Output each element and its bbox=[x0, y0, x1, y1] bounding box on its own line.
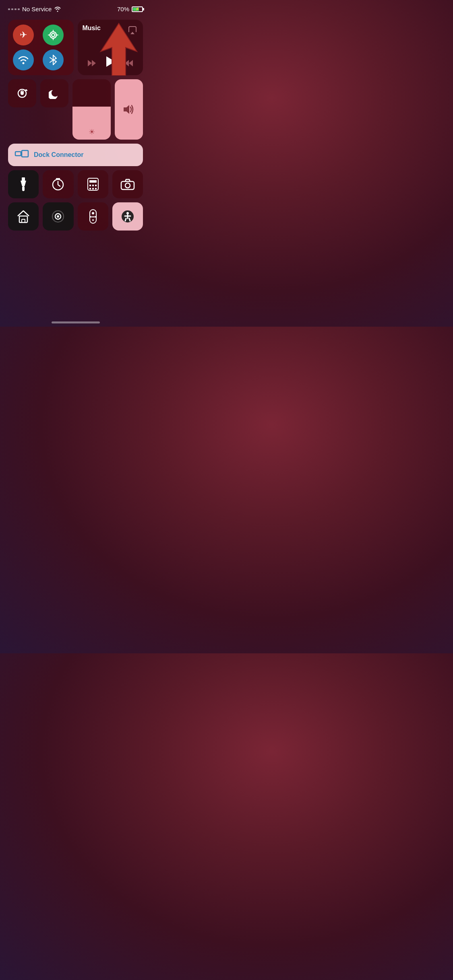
brightness-icon: ☀ bbox=[89, 128, 95, 136]
music-title: Music bbox=[83, 25, 101, 32]
volume-slider[interactable] bbox=[115, 79, 143, 140]
svg-point-29 bbox=[92, 216, 94, 218]
status-left: No Service bbox=[8, 6, 61, 12]
svg-rect-10 bbox=[22, 186, 25, 191]
accessibility-button[interactable] bbox=[112, 202, 143, 231]
svg-point-30 bbox=[92, 219, 94, 221]
home-indicator bbox=[52, 321, 100, 323]
music-panel[interactable]: Music bbox=[78, 20, 143, 75]
svg-point-32 bbox=[94, 216, 96, 218]
bluetooth-button[interactable] bbox=[43, 49, 64, 70]
music-top: Music bbox=[83, 25, 139, 36]
svg-point-1 bbox=[50, 32, 56, 38]
dock-connector-row: Dock Connector bbox=[8, 144, 143, 166]
play-icon bbox=[105, 56, 116, 68]
home-button[interactable] bbox=[8, 202, 39, 231]
status-right: 70% ⚡ bbox=[117, 6, 143, 12]
apps-row-1 bbox=[8, 170, 143, 198]
accessibility-icon bbox=[121, 210, 134, 223]
battery-charging-icon: ⚡ bbox=[135, 7, 139, 11]
no-service-label: No Service bbox=[22, 6, 52, 12]
svg-point-28 bbox=[92, 212, 94, 214]
timer-icon bbox=[51, 177, 65, 191]
svg-rect-9 bbox=[22, 177, 25, 181]
wifi-icon bbox=[18, 56, 29, 64]
camera-icon bbox=[120, 178, 135, 190]
dock-connector-button[interactable]: Dock Connector bbox=[8, 144, 143, 166]
top-row: ✈ bbox=[8, 20, 143, 75]
moon-icon bbox=[49, 88, 60, 99]
apps-row-2 bbox=[8, 202, 143, 231]
home-icon bbox=[17, 210, 30, 223]
svg-point-26 bbox=[57, 215, 59, 218]
mid-row: ☀ bbox=[8, 79, 143, 140]
svg-rect-14 bbox=[89, 185, 91, 186]
svg-rect-8 bbox=[22, 150, 28, 157]
brightness-fill: ☀ bbox=[72, 107, 111, 140]
svg-rect-16 bbox=[95, 185, 97, 186]
dock-connector-icon bbox=[14, 149, 29, 161]
cellular-icon bbox=[48, 30, 58, 40]
screen-rotation-lock-button[interactable] bbox=[8, 79, 36, 107]
svg-rect-7 bbox=[15, 152, 21, 156]
camera-button[interactable] bbox=[112, 170, 143, 198]
svg-point-34 bbox=[126, 212, 129, 214]
fast-forward-icon bbox=[124, 59, 134, 67]
dock-connector-label: Dock Connector bbox=[34, 151, 84, 159]
apple-remote-button[interactable] bbox=[78, 202, 108, 231]
rewind-icon bbox=[87, 59, 97, 67]
voice-memo-icon bbox=[51, 210, 65, 223]
svg-rect-13 bbox=[89, 180, 97, 183]
calculator-icon bbox=[87, 177, 99, 191]
status-bar: No Service 70% ⚡ bbox=[0, 0, 151, 16]
control-center: ✈ bbox=[0, 16, 151, 239]
rotation-lock-icon bbox=[16, 87, 29, 100]
do-not-disturb-button[interactable] bbox=[40, 79, 68, 107]
timer-button[interactable] bbox=[43, 170, 73, 198]
svg-point-31 bbox=[90, 216, 92, 218]
apple-remote-icon bbox=[89, 209, 97, 224]
svg-point-21 bbox=[125, 183, 130, 188]
calculator-button[interactable] bbox=[78, 170, 108, 198]
signal-dots bbox=[8, 8, 20, 10]
airplane-icon: ✈ bbox=[20, 30, 27, 40]
wifi-button[interactable] bbox=[13, 49, 34, 70]
flashlight-icon bbox=[19, 177, 28, 191]
svg-rect-15 bbox=[92, 185, 94, 186]
play-button[interactable] bbox=[105, 56, 116, 70]
svg-rect-18 bbox=[92, 188, 94, 189]
svg-rect-19 bbox=[95, 188, 97, 189]
volume-icon bbox=[123, 104, 135, 115]
connectivity-panel[interactable]: ✈ bbox=[8, 20, 74, 75]
battery-fill: ⚡ bbox=[133, 8, 139, 11]
svg-rect-17 bbox=[89, 188, 91, 189]
music-controls bbox=[83, 56, 139, 70]
battery-indicator: ⚡ bbox=[132, 6, 143, 12]
brightness-slider[interactable]: ☀ bbox=[72, 79, 111, 140]
fast-forward-button[interactable] bbox=[124, 59, 134, 67]
wifi-status-icon bbox=[54, 6, 61, 12]
cellular-button[interactable] bbox=[43, 25, 64, 45]
airplane-mode-button[interactable]: ✈ bbox=[13, 25, 34, 45]
battery-icon: ⚡ bbox=[132, 6, 143, 12]
airplay-icon bbox=[128, 26, 137, 34]
rewind-button[interactable] bbox=[87, 59, 97, 67]
airplay-button[interactable] bbox=[127, 25, 138, 36]
svg-point-2 bbox=[52, 33, 55, 37]
svg-point-3 bbox=[23, 62, 25, 64]
bluetooth-icon bbox=[49, 54, 58, 66]
flashlight-button[interactable] bbox=[8, 170, 39, 198]
battery-percent: 70% bbox=[117, 6, 129, 12]
voice-memo-button[interactable] bbox=[43, 202, 73, 231]
